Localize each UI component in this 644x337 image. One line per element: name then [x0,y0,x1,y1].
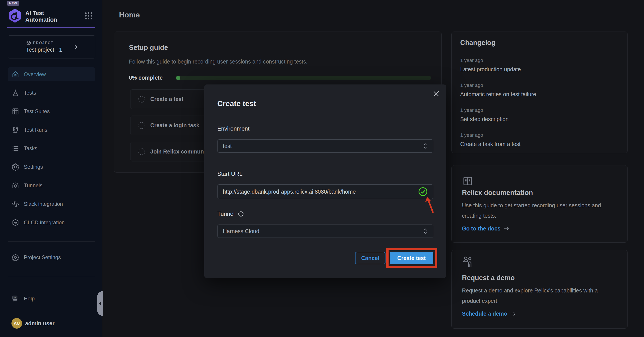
ci-cd-icon [12,219,20,226]
demo-description: Request a demo and explore Relicx's capa… [462,285,614,306]
changelog-entry-time: 1 year ago [460,83,483,88]
app-title-line1: AI Test [25,10,83,16]
arrow-right-icon [510,311,516,316]
close-icon[interactable] [432,90,441,99]
setup-task-label: Join Relicx community [150,148,210,155]
sidebar-item-label: Test Suites [24,108,50,115]
changelog-entry-time: 1 year ago [460,132,483,138]
app-title: AI Test Automation [25,10,83,23]
brand-underline [7,27,95,28]
list-icon [12,144,20,152]
changelog-entry-title: Automatic retries on test failure [460,91,536,98]
changelog-title: Changelog [460,39,496,47]
sidebar-item-settings[interactable]: Settings [8,160,95,174]
chevron-left-icon [99,301,102,305]
go-to-docs-label: Go to the docs [462,225,500,232]
progress-bar [176,76,431,80]
chevron-up-down-icon [423,143,428,149]
new-badge: NEW [7,1,19,6]
annotation-highlight-box [386,248,437,268]
changelog-entry-title: Create a task from a test [460,141,520,147]
unchecked-circle-icon [138,96,145,103]
app-title-line2: Automation [25,16,83,23]
chevron-right-icon [73,44,79,50]
sidebar-item-cicd-integration[interactable]: CI-CD integration [8,215,95,230]
sidebar: NEW AI Test Automation PROJECT T [0,0,102,337]
schedule-demo-label: Schedule a demo [462,310,507,317]
sidebar-item-help[interactable]: ? Help [8,291,95,306]
sidebar-item-overview[interactable]: Overview [8,67,95,81]
environment-value: test [223,143,423,149]
docs-title: Relicx documentation [462,189,533,197]
grid-table-icon [12,107,20,115]
home-icon [12,70,20,78]
tunnel-label-row: Tunnel [217,210,244,217]
changelog-entry-time: 1 year ago [460,107,483,113]
sidebar-collapse-handle[interactable] [97,291,103,316]
flask-icon [12,89,20,97]
progress-bar-fill [176,76,180,80]
changelog-entry-title: Set step description [460,116,509,122]
unchecked-circle-icon [138,148,145,155]
help-chat-icon: ? [12,295,20,302]
svg-text:?: ? [14,296,16,299]
schedule-demo-link[interactable]: Schedule a demo [462,310,516,317]
setup-task-label: Create a test [150,96,183,102]
cancel-button[interactable]: Cancel [355,252,386,264]
user-avatar[interactable]: AU [12,318,22,329]
gear-icon [12,253,20,261]
tunnel-select[interactable]: Harness Cloud [217,224,433,238]
sidebar-divider [8,276,95,276]
setup-guide-title: Setup guide [129,44,168,52]
info-icon[interactable] [238,211,244,217]
cube-icon [26,41,31,46]
unchecked-circle-icon [138,122,145,129]
sidebar-item-label: Tests [24,90,36,96]
sidebar-item-test-runs[interactable]: Test Runs [8,123,95,137]
sidebar-item-label: Slack integration [24,201,63,207]
annotation-arrow [419,194,438,216]
sidebar-item-project-settings[interactable]: Project Settings [8,250,95,264]
environment-select[interactable]: test [217,139,433,153]
go-to-docs-link[interactable]: Go to the docs [462,225,510,232]
project-name: Test project - 1 [26,47,62,53]
sidebar-item-label: Overview [24,71,46,77]
sidebar-item-label: Tasks [24,145,37,152]
arrow-right-icon [503,226,510,231]
test-runs-icon [12,126,20,134]
start-url-label: Start URL [217,170,242,177]
sidebar-item-label: Test Runs [24,127,48,133]
page-title: Home [119,11,140,19]
sidebar-item-test-suites[interactable]: Test Suites [8,104,95,118]
project-eyebrow-label: PROJECT [33,41,54,45]
sidebar-item-tasks[interactable]: Tasks [8,141,95,155]
sidebar-item-tunnels[interactable]: Tunnels [8,178,95,193]
project-eyebrow: PROJECT [26,41,54,46]
sidebar-item-tests[interactable]: Tests [8,86,95,100]
start-url-input[interactable]: http://stage.dbank.prod-apps.relicx.ai:8… [217,184,433,199]
sidebar-item-label: Settings [24,164,43,170]
user-name: admin user [25,320,54,327]
progress-label: 0% complete [129,75,163,81]
environment-label: Environment [217,125,250,132]
sidebar-item-label: Help [24,295,34,302]
start-url-value: http://stage.dbank.prod-apps.relicx.ai:8… [223,189,418,195]
sidebar-item-label: CI-CD integration [24,219,64,226]
tunnel-icon [12,182,20,189]
people-icon [462,255,474,268]
project-selector[interactable]: PROJECT Test project - 1 [8,35,95,59]
setup-task-label: Create a login task [150,122,199,129]
changelog-entry-title: Latest production update [460,66,521,73]
modal-title: Create test [217,99,256,108]
sidebar-item-label: Project Settings [24,254,61,260]
documentation-icon [462,175,474,187]
sidebar-item-slack-integration[interactable]: Slack integration [8,197,95,211]
app-logo [8,8,22,23]
app-window: NEW AI Test Automation PROJECT T [0,0,644,337]
app-switcher-icon[interactable] [85,12,92,20]
sidebar-item-label: Tunnels [24,182,42,189]
tunnel-value: Harness Cloud [223,228,423,234]
slack-icon [12,200,20,208]
changelog-entry-time: 1 year ago [460,58,483,63]
setup-guide-description: Follow this guide to begin recording use… [129,59,308,65]
